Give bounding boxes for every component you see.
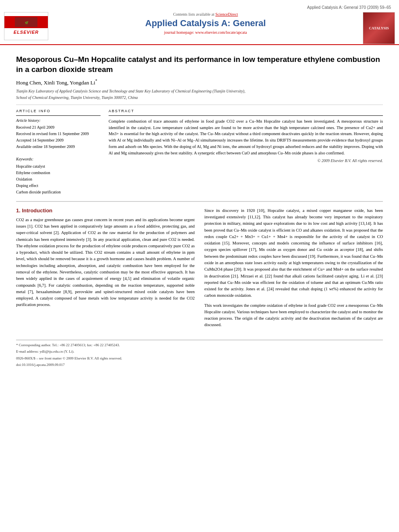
- sciencedirect-line: Contents lists available at ScienceDirec…: [56, 12, 355, 16]
- abstract-text: Complete combustion of trace amounts of …: [109, 118, 383, 156]
- elsevier-label: ELSEVIER: [12, 28, 40, 36]
- body-right: Since its discovery in 1920 [10], Hopcal…: [204, 207, 383, 332]
- keyword-3: Oxidation: [16, 176, 101, 183]
- elsevier-logo: 🌿 ELSEVIER: [4, 12, 48, 40]
- intro-para1: CO2 as a major greenhouse gas causes gre…: [16, 217, 195, 308]
- journal-ref-line: Applied Catalysis A: General 370 (2009) …: [307, 5, 391, 10]
- info-divider: [16, 115, 101, 116]
- sciencedirect-link[interactable]: ScienceDirect: [215, 12, 238, 16]
- abstract-col: ABSTRACT Complete combustion of trace am…: [109, 109, 383, 195]
- affiliation-1: Tianjin Key Laboratory of Applied Cataly…: [16, 88, 383, 94]
- intro-title: 1. Introduction: [16, 207, 195, 214]
- body-left: 1. Introduction CO2 as a major greenhous…: [16, 207, 195, 332]
- footnote-doi: doi:10.1016/j.apcata.2009.09.017: [16, 362, 383, 368]
- keyword-1: Hopcalite catalyst: [16, 163, 101, 170]
- accepted-date: Accepted 14 September 2009: [16, 138, 101, 143]
- body-content: 1. Introduction CO2 as a major greenhous…: [16, 207, 383, 332]
- catalysis-logo: CATALYSIS: [363, 12, 395, 44]
- journal-homepage: journal homepage: www.elsevier.com/locat…: [56, 30, 355, 35]
- article-info-label: ARTICLE INFO: [16, 109, 101, 113]
- article-info-abstract: ARTICLE INFO Article history: Received 2…: [16, 109, 383, 195]
- footnote-email: E-mail address: ydli@tju.edu.cn (Y. Li).: [16, 349, 383, 355]
- keyword-2: Ethylene combustion: [16, 170, 101, 176]
- intro-para2: Since its discovery in 1920 [10], Hopcal…: [204, 207, 383, 329]
- revised-date: Received in revised form 11 September 20…: [16, 131, 101, 137]
- keyword-5: Carbon dioxide purification: [16, 189, 101, 195]
- footnote-star: * Corresponding author. Tel.: +86 22 274…: [16, 343, 383, 348]
- authors: Hong Chen, Xinli Tong, Yongdan Li*: [16, 78, 383, 86]
- footnote-area: * Corresponding author. Tel.: +86 22 274…: [16, 340, 383, 368]
- received-date: Received 21 April 2009: [16, 125, 101, 130]
- journal-header: Applied Catalysis A: General 370 (2009) …: [0, 0, 399, 45]
- keyword-4: Doping effect: [16, 183, 101, 189]
- keywords-label: Keywords:: [16, 157, 101, 161]
- divider-1: [16, 105, 383, 105]
- history-label: Article history:: [16, 118, 101, 123]
- copyright-line: © 2009 Elsevier B.V. All rights reserved…: [109, 158, 383, 163]
- article-title: Mesoporous Cu–Mn Hopcalite catalyst and …: [16, 55, 383, 74]
- page: Applied Catalysis A: General 370 (2009) …: [0, 0, 399, 532]
- article-info-col: ARTICLE INFO Article history: Received 2…: [16, 109, 101, 195]
- corresponding-star: *: [95, 78, 97, 83]
- main-divider: [16, 201, 383, 202]
- abstract-label: ABSTRACT: [109, 109, 383, 113]
- available-date: Available online 18 September 2009: [16, 144, 101, 150]
- keywords-list: Hopcalite catalyst Ethylene combustion O…: [16, 163, 101, 195]
- affiliation-2: School of Chemical Engineering, Tianjin …: [16, 95, 383, 101]
- footnote-issn: 0926-860X/$ – see front matter © 2009 El…: [16, 356, 383, 362]
- journal-center: Contents lists available at ScienceDirec…: [48, 12, 363, 37]
- abstract-divider: [109, 115, 383, 116]
- article-content: Mesoporous Cu–Mn Hopcalite catalyst and …: [0, 45, 399, 377]
- author-names: Hong Chen, Xinli Tong, Yongdan Li: [16, 80, 95, 86]
- journal-name: Applied Catalysis A: General: [56, 18, 355, 29]
